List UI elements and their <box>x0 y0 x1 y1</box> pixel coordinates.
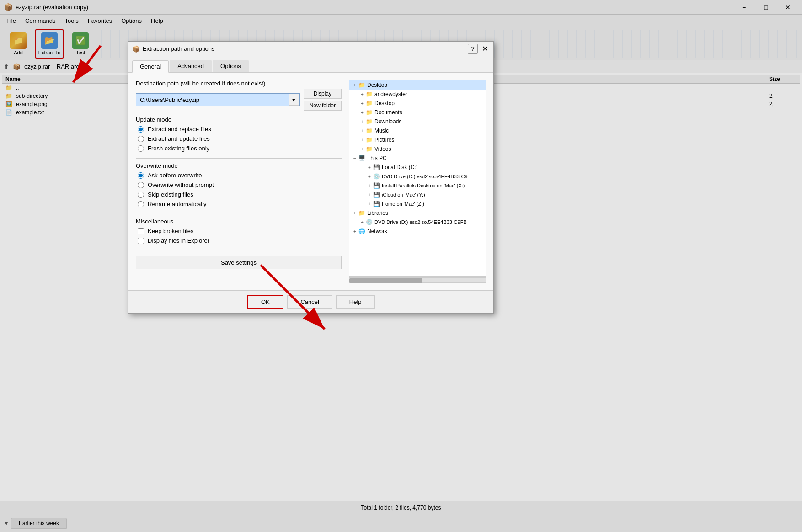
tree-item[interactable]: + 📁 Videos <box>349 144 486 154</box>
radio-rename-auto[interactable]: Rename automatically <box>138 201 342 207</box>
tree-item[interactable]: + 📁 Desktop <box>349 99 486 108</box>
radio-extract-replace[interactable]: Extract and replace files <box>138 126 342 133</box>
radio-overwrite-no-prompt-input[interactable] <box>138 182 144 188</box>
radio-extract-replace-label: Extract and replace files <box>148 126 211 133</box>
tree-item[interactable]: + 📁 Downloads <box>349 117 486 126</box>
tree-item-label: Local Disk (C:) <box>382 164 418 170</box>
radio-fresh-existing[interactable]: Fresh existing files only <box>138 145 342 152</box>
tree-item[interactable]: + 📁 Music <box>349 126 486 135</box>
computer-icon: 🖥️ <box>358 155 365 161</box>
expand-icon[interactable]: + <box>358 90 366 98</box>
checkbox-display-explorer[interactable]: Display files in Explorer <box>138 237 342 244</box>
expand-icon[interactable]: + <box>366 173 373 180</box>
tree-item[interactable]: + 💿 DVD Drive (D:) esd2iso.54EE4B33-C9FB… <box>349 218 486 227</box>
radio-extract-update[interactable]: Extract and update files <box>138 135 342 142</box>
checkbox-keep-broken[interactable]: Keep broken files <box>138 228 342 234</box>
tree-item[interactable]: + 📁 Libraries <box>349 208 486 218</box>
misc-checkbox-group: Keep broken files Display files in Explo… <box>136 228 342 244</box>
expand-icon[interactable]: + <box>351 228 358 235</box>
dialog-title-bar: 📦 Extraction path and options ? ✕ <box>128 42 493 56</box>
save-settings-button[interactable]: Save settings <box>136 256 342 269</box>
new-folder-button[interactable]: New folder <box>304 101 342 111</box>
tree-item-label: Home on 'Mac' (Z:) <box>382 201 424 207</box>
tree-item[interactable]: + 💾 Home on 'Mac' (Z:) <box>349 199 486 208</box>
tree-item[interactable]: + 📁 Documents <box>349 108 486 117</box>
radio-ask-before-label: Ask before overwrite <box>148 172 202 179</box>
tree-item-label: This PC <box>367 155 387 161</box>
expand-icon[interactable]: + <box>366 191 373 198</box>
tree-scrollbar[interactable] <box>349 277 486 283</box>
expand-icon[interactable]: + <box>366 164 373 171</box>
tree-item[interactable]: + 📁 andrewdyster <box>349 90 486 99</box>
tree-item-label: Libraries <box>367 210 388 216</box>
expand-icon[interactable]: + <box>351 209 358 217</box>
tree-item-label: Music <box>374 128 389 134</box>
tab-general[interactable]: General <box>132 60 169 73</box>
destination-path-input[interactable] <box>136 94 289 106</box>
radio-rename-auto-label: Rename automatically <box>148 201 207 207</box>
tree-item[interactable]: + 🌐 Network <box>349 227 486 236</box>
display-button[interactable]: Display <box>304 89 342 99</box>
radio-extract-update-input[interactable] <box>138 136 144 142</box>
checkbox-keep-broken-label: Keep broken files <box>148 228 193 234</box>
radio-skip-existing-input[interactable] <box>138 192 144 198</box>
folder-icon: 📁 <box>358 210 365 216</box>
tree-item-label: Desktop <box>367 82 387 88</box>
radio-skip-existing[interactable]: Skip existing files <box>138 191 342 198</box>
tree-item[interactable]: + 💾 Local Disk (C:) <box>349 163 486 172</box>
expand-icon[interactable]: − <box>351 154 358 162</box>
radio-extract-replace-input[interactable] <box>138 126 144 133</box>
tree-item[interactable]: + 📁 Pictures <box>349 135 486 144</box>
expand-icon[interactable]: + <box>358 118 366 125</box>
dialog-close-button[interactable]: ✕ <box>480 44 490 54</box>
update-mode-title: Update mode <box>136 116 342 123</box>
tree-item[interactable]: + 💾 iCloud on 'Mac' (Y:) <box>349 190 486 199</box>
folder-icon: 📁 <box>358 82 365 88</box>
radio-rename-auto-input[interactable] <box>138 201 144 207</box>
tree-item[interactable]: + 💿 DVD Drive (D:) esd2iso.54EE4B33-C9 <box>349 172 486 181</box>
folder-icon: 📁 <box>366 137 373 143</box>
expand-icon[interactable]: + <box>366 200 373 207</box>
radio-ask-before[interactable]: Ask before overwrite <box>138 172 342 179</box>
tree-item-label: DVD Drive (D:) esd2iso.54EE4B33-C9FB- <box>374 219 468 225</box>
drive-icon: 💾 <box>373 164 380 170</box>
cancel-button[interactable]: Cancel <box>287 295 332 309</box>
dialog-right-panel: + 📁 Desktop + 📁 andrewdyster + 📁 De <box>349 80 486 283</box>
help-button[interactable]: Help <box>336 295 375 309</box>
tree-item-label: DVD Drive (D:) esd2iso.54EE4B33-C9 <box>382 174 468 179</box>
expand-icon[interactable]: + <box>358 109 366 116</box>
radio-overwrite-no-prompt[interactable]: Overwrite without prompt <box>138 181 342 188</box>
tree-item[interactable]: + 💾 Install Parallels Desktop on 'Mac' (… <box>349 181 486 190</box>
expand-icon[interactable]: + <box>358 100 366 107</box>
expand-icon[interactable]: + <box>358 136 366 144</box>
dialog-tabs: General Advanced Options <box>128 56 493 73</box>
tab-advanced[interactable]: Advanced <box>170 60 212 72</box>
expand-icon[interactable]: + <box>351 81 358 89</box>
tree-item-label: Downloads <box>374 118 401 125</box>
tree-item[interactable]: + 📁 Desktop <box>349 80 486 90</box>
dvd-icon: 💿 <box>373 173 380 180</box>
dialog-help-button[interactable]: ? <box>468 44 478 54</box>
section-divider-2 <box>136 214 342 214</box>
folder-tree[interactable]: + 📁 Desktop + 📁 andrewdyster + 📁 De <box>349 80 486 277</box>
radio-fresh-existing-input[interactable] <box>138 145 144 152</box>
radio-extract-update-label: Extract and update files <box>148 135 210 142</box>
expand-icon[interactable]: + <box>366 182 373 189</box>
expand-icon[interactable]: + <box>358 218 366 226</box>
ok-button[interactable]: OK <box>247 295 283 309</box>
tree-item[interactable]: − 🖥️ This PC <box>349 154 486 163</box>
dvd-icon: 💿 <box>366 219 373 225</box>
radio-skip-existing-label: Skip existing files <box>148 191 193 198</box>
radio-ask-before-input[interactable] <box>138 172 144 179</box>
checkbox-keep-broken-input[interactable] <box>138 228 144 234</box>
folder-icon: 📁 <box>366 146 373 152</box>
checkbox-display-explorer-input[interactable] <box>138 238 144 244</box>
folder-icon: 📁 <box>366 100 373 106</box>
tab-options[interactable]: Options <box>213 60 249 72</box>
drive-icon: 💾 <box>373 192 380 198</box>
expand-icon[interactable]: + <box>358 145 366 153</box>
expand-icon[interactable]: + <box>358 127 366 134</box>
dialog-overlay: 📦 Extraction path and options ? ✕ Genera… <box>0 0 802 532</box>
drive-icon: 💾 <box>373 182 380 189</box>
dropdown-arrow[interactable]: ▾ <box>289 94 299 106</box>
